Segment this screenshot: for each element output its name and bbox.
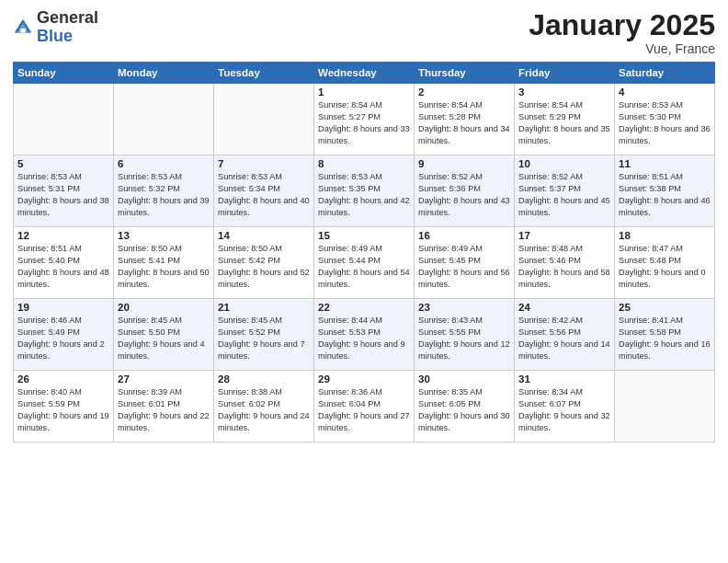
day-info: Sunrise: 8:52 AMSunset: 5:36 PMDaylight:… [418,171,510,219]
calendar-week-row: 19Sunrise: 8:46 AMSunset: 5:49 PMDayligh… [14,299,715,371]
day-number: 23 [418,302,510,313]
day-info: Sunrise: 8:49 AMSunset: 5:45 PMDaylight:… [418,243,510,291]
day-number: 24 [518,302,610,313]
day-info: Sunrise: 8:48 AMSunset: 5:46 PMDaylight:… [518,243,610,291]
day-number: 12 [17,230,109,241]
day-number: 7 [218,158,310,169]
table-row: 7Sunrise: 8:53 AMSunset: 5:34 PMDaylight… [214,155,314,227]
logo: General Blue [13,9,98,46]
day-number: 21 [218,302,310,313]
day-number: 31 [518,373,610,385]
day-number: 10 [518,158,610,169]
day-number: 20 [118,302,210,313]
logo-icon [13,17,33,38]
day-number: 14 [218,230,310,241]
calendar-header-row: Sunday Monday Tuesday Wednesday Thursday… [14,63,715,84]
day-number: 30 [418,373,510,385]
day-info: Sunrise: 8:53 AMSunset: 5:32 PMDaylight:… [118,171,210,219]
day-number: 1 [318,86,410,98]
day-number: 16 [418,230,510,241]
col-friday: Friday [515,63,615,84]
day-info: Sunrise: 8:50 AMSunset: 5:41 PMDaylight:… [118,243,210,291]
day-number: 13 [118,230,210,241]
svg-rect-2 [20,29,26,33]
col-monday: Monday [114,63,214,84]
table-row: 10Sunrise: 8:52 AMSunset: 5:37 PMDayligh… [515,155,615,227]
table-row: 14Sunrise: 8:50 AMSunset: 5:42 PMDayligh… [214,227,314,299]
table-row: 22Sunrise: 8:44 AMSunset: 5:53 PMDayligh… [314,299,415,371]
calendar-week-row: 12Sunrise: 8:51 AMSunset: 5:40 PMDayligh… [14,227,715,299]
day-info: Sunrise: 8:42 AMSunset: 5:56 PMDaylight:… [518,315,610,362]
day-info: Sunrise: 8:45 AMSunset: 5:52 PMDaylight:… [218,315,310,362]
table-row: 9Sunrise: 8:52 AMSunset: 5:36 PMDaylight… [415,155,515,227]
day-number: 17 [518,230,610,241]
table-row: 21Sunrise: 8:45 AMSunset: 5:52 PMDayligh… [214,299,314,371]
day-number: 5 [17,158,109,169]
table-row [114,84,214,155]
table-row: 20Sunrise: 8:45 AMSunset: 5:50 PMDayligh… [114,299,214,371]
table-row: 30Sunrise: 8:35 AMSunset: 6:05 PMDayligh… [415,371,515,442]
day-info: Sunrise: 8:46 AMSunset: 5:49 PMDaylight:… [17,315,109,362]
header: General Blue January 2025 Vue, France [13,9,715,56]
day-number: 25 [619,302,711,313]
day-info: Sunrise: 8:54 AMSunset: 5:29 PMDaylight:… [518,99,610,147]
day-info: Sunrise: 8:50 AMSunset: 5:42 PMDaylight:… [218,243,310,291]
day-info: Sunrise: 8:39 AMSunset: 6:01 PMDaylight:… [118,386,210,434]
day-info: Sunrise: 8:35 AMSunset: 6:05 PMDaylight:… [418,386,510,434]
day-info: Sunrise: 8:36 AMSunset: 6:04 PMDaylight:… [318,386,410,434]
table-row: 13Sunrise: 8:50 AMSunset: 5:41 PMDayligh… [114,227,214,299]
table-row: 2Sunrise: 8:54 AMSunset: 5:28 PMDaylight… [415,84,515,155]
day-number: 26 [17,373,109,385]
day-info: Sunrise: 8:51 AMSunset: 5:38 PMDaylight:… [619,171,711,219]
table-row: 12Sunrise: 8:51 AMSunset: 5:40 PMDayligh… [14,227,114,299]
day-info: Sunrise: 8:40 AMSunset: 5:59 PMDaylight:… [17,386,109,434]
day-info: Sunrise: 8:53 AMSunset: 5:34 PMDaylight:… [218,171,310,219]
day-info: Sunrise: 8:54 AMSunset: 5:28 PMDaylight:… [418,99,510,147]
title-block: January 2025 Vue, France [529,9,715,56]
col-thursday: Thursday [415,63,515,84]
location: Vue, France [529,41,715,56]
table-row: 19Sunrise: 8:46 AMSunset: 5:49 PMDayligh… [14,299,114,371]
day-number: 4 [619,86,711,98]
table-row: 15Sunrise: 8:49 AMSunset: 5:44 PMDayligh… [314,227,415,299]
table-row: 1Sunrise: 8:54 AMSunset: 5:27 PMDaylight… [314,84,415,155]
day-info: Sunrise: 8:38 AMSunset: 6:02 PMDaylight:… [218,386,310,434]
day-info: Sunrise: 8:45 AMSunset: 5:50 PMDaylight:… [118,315,210,362]
day-info: Sunrise: 8:41 AMSunset: 5:58 PMDaylight:… [619,315,711,362]
table-row: 6Sunrise: 8:53 AMSunset: 5:32 PMDaylight… [114,155,214,227]
day-info: Sunrise: 8:43 AMSunset: 5:55 PMDaylight:… [418,315,510,362]
day-number: 18 [619,230,711,241]
day-number: 22 [318,302,410,313]
day-number: 9 [418,158,510,169]
day-number: 27 [118,373,210,385]
col-wednesday: Wednesday [314,63,415,84]
day-info: Sunrise: 8:51 AMSunset: 5:40 PMDaylight:… [17,243,109,291]
logo-blue-text: Blue [37,27,73,45]
table-row [214,84,314,155]
day-info: Sunrise: 8:53 AMSunset: 5:30 PMDaylight:… [619,99,711,147]
day-number: 11 [619,158,711,169]
month-title: January 2025 [529,9,715,41]
day-number: 2 [418,86,510,98]
calendar-week-row: 5Sunrise: 8:53 AMSunset: 5:31 PMDaylight… [14,155,715,227]
table-row: 18Sunrise: 8:47 AMSunset: 5:48 PMDayligh… [615,227,715,299]
day-number: 6 [118,158,210,169]
day-info: Sunrise: 8:53 AMSunset: 5:31 PMDaylight:… [17,171,109,219]
day-info: Sunrise: 8:52 AMSunset: 5:37 PMDaylight:… [518,171,610,219]
day-info: Sunrise: 8:54 AMSunset: 5:27 PMDaylight:… [318,99,410,147]
col-tuesday: Tuesday [214,63,314,84]
table-row: 4Sunrise: 8:53 AMSunset: 5:30 PMDaylight… [615,84,715,155]
logo-general-text: General [37,8,98,27]
table-row: 28Sunrise: 8:38 AMSunset: 6:02 PMDayligh… [214,371,314,442]
table-row: 8Sunrise: 8:53 AMSunset: 5:35 PMDaylight… [314,155,415,227]
table-row: 17Sunrise: 8:48 AMSunset: 5:46 PMDayligh… [515,227,615,299]
table-row: 24Sunrise: 8:42 AMSunset: 5:56 PMDayligh… [515,299,615,371]
day-info: Sunrise: 8:34 AMSunset: 6:07 PMDaylight:… [518,386,610,434]
day-number: 19 [17,302,109,313]
table-row: 23Sunrise: 8:43 AMSunset: 5:55 PMDayligh… [415,299,515,371]
day-info: Sunrise: 8:49 AMSunset: 5:44 PMDaylight:… [318,243,410,291]
table-row: 25Sunrise: 8:41 AMSunset: 5:58 PMDayligh… [615,299,715,371]
page: General Blue January 2025 Vue, France Su… [0,0,728,563]
table-row [14,84,114,155]
day-number: 15 [318,230,410,241]
